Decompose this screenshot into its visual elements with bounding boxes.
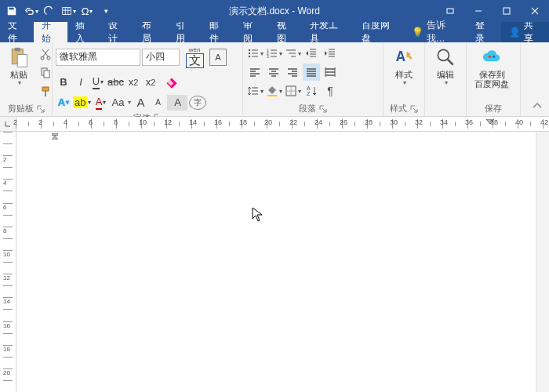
phonetic-guide-button[interactable]: wén 文 bbox=[181, 45, 208, 70]
close-icon[interactable] bbox=[521, 0, 549, 22]
distributed-icon[interactable] bbox=[322, 64, 339, 81]
svg-point-23 bbox=[489, 55, 492, 58]
copy-icon[interactable] bbox=[37, 64, 54, 82]
document-title: 演示文档.docx - Word bbox=[229, 5, 320, 18]
tell-me[interactable]: 💡告诉我… bbox=[405, 22, 468, 42]
shading-icon[interactable]: ▾ bbox=[265, 82, 282, 100]
enclose-char-button[interactable]: 字 bbox=[189, 96, 206, 110]
tab-insert[interactable]: 插入 bbox=[67, 22, 101, 42]
styles-button[interactable]: A 样式▾ bbox=[387, 45, 421, 88]
tab-design[interactable]: 设计 bbox=[100, 22, 134, 42]
shrink-font-button[interactable]: A bbox=[150, 95, 165, 111]
svg-text:Z: Z bbox=[307, 91, 311, 96]
clear-formatting-button[interactable] bbox=[160, 71, 184, 93]
ribbon-tabs: 文件 开始 插入 设计 布局 引用 邮件 审阅 视图 开发工具 百度网盘 💡告诉… bbox=[0, 22, 549, 42]
indent-marker[interactable] bbox=[52, 133, 58, 140]
svg-rect-25 bbox=[52, 133, 58, 135]
strikethrough-button[interactable]: abc bbox=[107, 74, 124, 90]
maximize-icon[interactable] bbox=[493, 0, 521, 22]
dialog-launcher-icon[interactable] bbox=[410, 105, 418, 113]
justify-icon[interactable] bbox=[303, 64, 320, 81]
quick-access-toolbar: ▾ ▾ Ω▾ ▾ bbox=[0, 2, 115, 20]
undo-icon[interactable]: ▾ bbox=[22, 2, 39, 20]
align-right-icon[interactable] bbox=[284, 64, 301, 81]
numbering-icon[interactable]: 123▾ bbox=[265, 45, 282, 62]
page-canvas[interactable] bbox=[16, 132, 536, 392]
document-area: 2468101214161820 bbox=[0, 132, 549, 392]
align-center-icon[interactable] bbox=[265, 64, 282, 81]
bullets-icon[interactable]: ▾ bbox=[246, 45, 264, 62]
lightbulb-icon: 💡 bbox=[412, 27, 424, 38]
superscript-button[interactable]: x2 bbox=[143, 74, 158, 90]
font-size-input[interactable] bbox=[142, 49, 180, 66]
save-icon[interactable] bbox=[3, 2, 20, 20]
omega-icon[interactable]: Ω▾ bbox=[78, 2, 96, 20]
redo-icon[interactable] bbox=[41, 2, 58, 20]
tab-layout[interactable]: 布局 bbox=[134, 22, 168, 42]
tab-references[interactable]: 引用 bbox=[168, 22, 202, 42]
group-editing: 编辑▾ bbox=[425, 42, 467, 116]
sort-icon[interactable]: AZ bbox=[303, 82, 320, 100]
svg-point-11 bbox=[248, 49, 249, 51]
group-clipboard: 粘贴▾ 剪贴板 bbox=[0, 42, 53, 116]
table-icon[interactable]: ▾ bbox=[60, 2, 77, 20]
minimize-icon[interactable] bbox=[464, 0, 493, 22]
italic-button[interactable]: I bbox=[73, 74, 89, 90]
increase-indent-icon[interactable] bbox=[322, 45, 339, 62]
dialog-launcher-icon[interactable] bbox=[319, 105, 327, 113]
title-bar: ▾ ▾ Ω▾ ▾ 演示文档.docx - Word bbox=[0, 0, 549, 22]
font-color-button[interactable]: A▾ bbox=[93, 95, 108, 111]
subscript-button[interactable]: x2 bbox=[125, 74, 141, 90]
svg-rect-17 bbox=[267, 95, 277, 96]
tab-developer[interactable]: 开发工具 bbox=[302, 22, 354, 42]
vertical-scrollbar[interactable] bbox=[536, 132, 549, 392]
paste-button[interactable]: 粘贴▾ bbox=[3, 45, 35, 88]
tab-home[interactable]: 开始 bbox=[34, 22, 67, 42]
collapse-ribbon-icon[interactable] bbox=[529, 97, 546, 114]
tab-review[interactable]: 审阅 bbox=[235, 22, 269, 42]
horizontal-ruler[interactable]: 2246810121416182022242628303234363840424… bbox=[0, 117, 549, 132]
group-styles: A 样式▾ 样式 bbox=[384, 42, 425, 116]
group-label-save: 保存 bbox=[485, 103, 502, 114]
format-painter-icon[interactable] bbox=[37, 83, 54, 100]
svg-text:A: A bbox=[307, 85, 311, 91]
svg-rect-1 bbox=[447, 9, 453, 13]
cursor-icon bbox=[252, 207, 263, 223]
multilevel-list-icon[interactable]: ▾ bbox=[284, 45, 301, 62]
line-spacing-icon[interactable]: ▾ bbox=[246, 82, 264, 100]
svg-rect-0 bbox=[62, 8, 71, 15]
tab-mailings[interactable]: 邮件 bbox=[202, 22, 235, 42]
underline-button[interactable]: U▾ bbox=[90, 74, 106, 90]
decrease-indent-icon[interactable] bbox=[303, 45, 320, 62]
tab-file[interactable]: 文件 bbox=[0, 22, 34, 42]
tab-baidu[interactable]: 百度网盘 bbox=[354, 22, 405, 42]
vertical-ruler[interactable]: 2468101214161820 bbox=[0, 132, 16, 392]
dialog-launcher-icon[interactable] bbox=[37, 105, 45, 113]
tab-view[interactable]: 视图 bbox=[269, 22, 303, 42]
share-button[interactable]: 👤共享 bbox=[501, 22, 549, 42]
char-border-icon[interactable]: A bbox=[209, 49, 227, 66]
svg-point-12 bbox=[248, 53, 249, 54]
svg-text:3: 3 bbox=[267, 54, 269, 59]
align-left-icon[interactable] bbox=[246, 64, 264, 81]
login-button[interactable]: 登录 bbox=[467, 22, 501, 42]
svg-rect-2 bbox=[504, 8, 510, 14]
show-marks-icon[interactable]: ¶ bbox=[322, 82, 339, 100]
change-case-button[interactable]: Aa bbox=[110, 95, 125, 111]
grow-font-button[interactable]: A bbox=[133, 95, 148, 111]
group-label-styles: 样式 bbox=[390, 103, 407, 114]
highlight-button[interactable]: ab▾ bbox=[73, 95, 91, 111]
char-shading-button[interactable]: A bbox=[167, 95, 187, 111]
editing-button[interactable]: 编辑▾ bbox=[428, 45, 463, 88]
ribbon: 粘贴▾ 剪贴板 wén 文 A B I bbox=[0, 42, 549, 117]
svg-point-24 bbox=[493, 55, 496, 58]
font-name-input[interactable] bbox=[56, 49, 140, 66]
cut-icon[interactable] bbox=[37, 45, 54, 63]
save-to-baidu-button[interactable]: 保存到百度网盘 bbox=[470, 45, 514, 90]
borders-icon[interactable]: ▾ bbox=[284, 82, 301, 100]
text-effects-button[interactable]: A▾ bbox=[56, 95, 71, 111]
qat-customize-icon[interactable]: ▾ bbox=[97, 2, 115, 20]
svg-point-13 bbox=[248, 56, 249, 57]
group-baidu: 保存到百度网盘 保存 bbox=[467, 42, 521, 116]
bold-button[interactable]: B bbox=[56, 74, 71, 90]
